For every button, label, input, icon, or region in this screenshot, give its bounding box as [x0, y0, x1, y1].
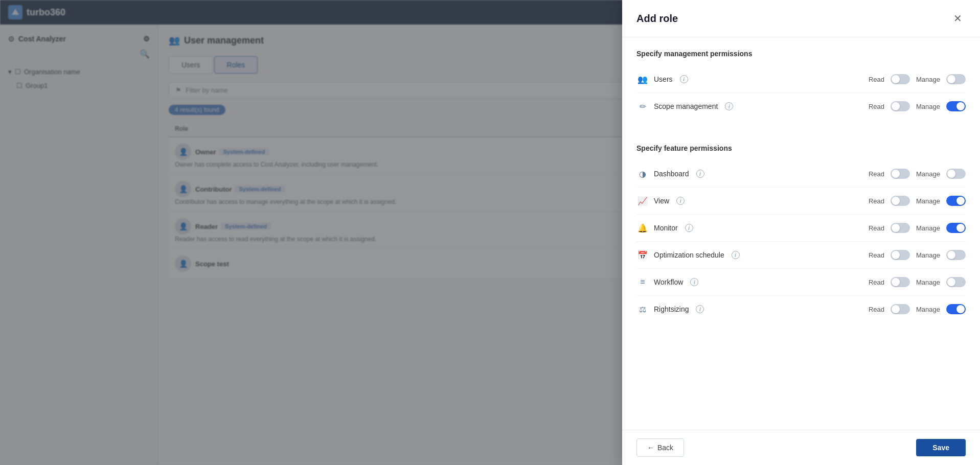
- feature-permissions-list: ◑DashboardiReadManage📈ViewiReadManage🔔Mo…: [636, 160, 966, 322]
- read-label-view: Read: [869, 197, 884, 205]
- read-label-monitor: Read: [869, 224, 884, 232]
- save-button[interactable]: Save: [916, 439, 966, 456]
- perm-label-rightsizing: ⚖Rightsizingi: [636, 303, 869, 315]
- perm-name-view: View: [654, 197, 669, 205]
- manage-toggle-rightsizing[interactable]: [946, 304, 966, 314]
- permission-row-workflow: ≡WorkflowiReadManage: [636, 269, 966, 296]
- manage-label-rightsizing: Manage: [916, 306, 940, 313]
- read-toggle-users[interactable]: [891, 74, 910, 84]
- info-icon-rightsizing: i: [696, 305, 704, 313]
- permission-row-monitor: 🔔MonitoriReadManage: [636, 215, 966, 242]
- manage-toggle-users[interactable]: [946, 74, 966, 84]
- read-toggle-dashboard[interactable]: [891, 169, 910, 179]
- feature-section-title: Specify feature permissions: [636, 144, 966, 152]
- manage-toggle-monitor[interactable]: [946, 223, 966, 233]
- workflow-icon: ≡: [636, 276, 649, 288]
- back-label: Back: [657, 444, 673, 452]
- read-toggle-monitor[interactable]: [891, 223, 910, 233]
- manage-toggle-scope_management[interactable]: [946, 101, 966, 111]
- save-label: Save: [932, 444, 949, 452]
- perm-controls-monitor: ReadManage: [869, 223, 966, 233]
- management-section-title: Specify management permissions: [636, 50, 966, 58]
- add-role-modal: Add role ✕ Specify management permission…: [622, 0, 980, 465]
- manage-label-monitor: Manage: [916, 224, 940, 232]
- permission-row-view: 📈ViewiReadManage: [636, 188, 966, 215]
- view-icon: 📈: [636, 195, 649, 207]
- perm-name-monitor: Monitor: [654, 224, 678, 232]
- perm-controls-optimization_schedule: ReadManage: [869, 250, 966, 260]
- perm-controls-scope_management: ReadManage: [869, 101, 966, 111]
- read-label-dashboard: Read: [869, 170, 884, 178]
- manage-label-users: Manage: [916, 76, 940, 83]
- permission-row-dashboard: ◑DashboardiReadManage: [636, 160, 966, 188]
- perm-controls-rightsizing: ReadManage: [869, 304, 966, 314]
- read-toggle-scope_management[interactable]: [891, 101, 910, 111]
- info-icon-scope_management: i: [725, 102, 733, 110]
- manage-toggle-workflow[interactable]: [946, 277, 966, 287]
- read-label-users: Read: [869, 76, 884, 83]
- perm-label-dashboard: ◑Dashboardi: [636, 168, 869, 180]
- perm-label-workflow: ≡Workflowi: [636, 276, 869, 288]
- perm-name-scope_management: Scope management: [654, 102, 718, 110]
- info-icon-users: i: [680, 75, 688, 83]
- modal-body: Specify management permissions 👥UsersiRe…: [622, 37, 980, 430]
- perm-label-users: 👥Usersi: [636, 73, 869, 85]
- perm-controls-view: ReadManage: [869, 196, 966, 206]
- perm-name-dashboard: Dashboard: [654, 170, 689, 178]
- read-label-optimization_schedule: Read: [869, 251, 884, 259]
- perm-label-monitor: 🔔Monitori: [636, 222, 869, 234]
- manage-toggle-view[interactable]: [946, 196, 966, 206]
- perm-controls-dashboard: ReadManage: [869, 169, 966, 179]
- back-button[interactable]: ← Back: [636, 438, 684, 457]
- perm-name-optimization_schedule: Optimization schedule: [654, 251, 724, 259]
- manage-label-optimization_schedule: Manage: [916, 251, 940, 259]
- read-toggle-view[interactable]: [891, 196, 910, 206]
- manage-label-view: Manage: [916, 197, 940, 205]
- read-label-rightsizing: Read: [869, 306, 884, 313]
- perm-name-workflow: Workflow: [654, 278, 683, 286]
- manage-label-workflow: Manage: [916, 278, 940, 286]
- perm-name-users: Users: [654, 75, 673, 83]
- close-button[interactable]: ✕: [949, 10, 966, 27]
- dashboard-icon: ◑: [636, 168, 649, 180]
- read-toggle-rightsizing[interactable]: [891, 304, 910, 314]
- read-label-workflow: Read: [869, 278, 884, 286]
- modal-title: Add role: [636, 13, 678, 25]
- info-icon-workflow: i: [690, 278, 698, 286]
- modal-footer: ← Back Save: [622, 430, 980, 465]
- permission-row-scope_management: ✏Scope managementiReadManage: [636, 93, 966, 120]
- info-icon-optimization_schedule: i: [732, 251, 740, 259]
- perm-name-rightsizing: Rightsizing: [654, 305, 689, 313]
- perm-label-scope_management: ✏Scope managementi: [636, 100, 869, 112]
- users-icon: 👥: [636, 73, 649, 85]
- read-toggle-optimization_schedule[interactable]: [891, 250, 910, 260]
- manage-toggle-optimization_schedule[interactable]: [946, 250, 966, 260]
- manage-toggle-dashboard[interactable]: [946, 169, 966, 179]
- perm-label-optimization_schedule: 📅Optimization schedulei: [636, 249, 869, 261]
- close-icon: ✕: [953, 12, 962, 25]
- perm-label-view: 📈Viewi: [636, 195, 869, 207]
- management-permissions-list: 👥UsersiReadManage✏Scope managementiReadM…: [636, 66, 966, 120]
- permission-row-optimization_schedule: 📅Optimization scheduleiReadManage: [636, 242, 966, 269]
- perm-controls-workflow: ReadManage: [869, 277, 966, 287]
- info-icon-dashboard: i: [696, 170, 704, 178]
- info-icon-view: i: [676, 197, 685, 205]
- back-arrow-icon: ←: [647, 444, 654, 452]
- permission-row-rightsizing: ⚖RightsizingiReadManage: [636, 296, 966, 322]
- monitor-icon: 🔔: [636, 222, 649, 234]
- schedule-icon: 📅: [636, 249, 649, 261]
- read-toggle-workflow[interactable]: [891, 277, 910, 287]
- perm-controls-users: ReadManage: [869, 74, 966, 84]
- rightsizing-icon: ⚖: [636, 303, 649, 315]
- modal-header: Add role ✕: [622, 0, 980, 37]
- read-label-scope_management: Read: [869, 103, 884, 110]
- info-icon-monitor: i: [685, 224, 693, 232]
- scope-icon: ✏: [636, 100, 649, 112]
- manage-label-scope_management: Manage: [916, 103, 940, 110]
- permission-row-users: 👥UsersiReadManage: [636, 66, 966, 93]
- manage-label-dashboard: Manage: [916, 170, 940, 178]
